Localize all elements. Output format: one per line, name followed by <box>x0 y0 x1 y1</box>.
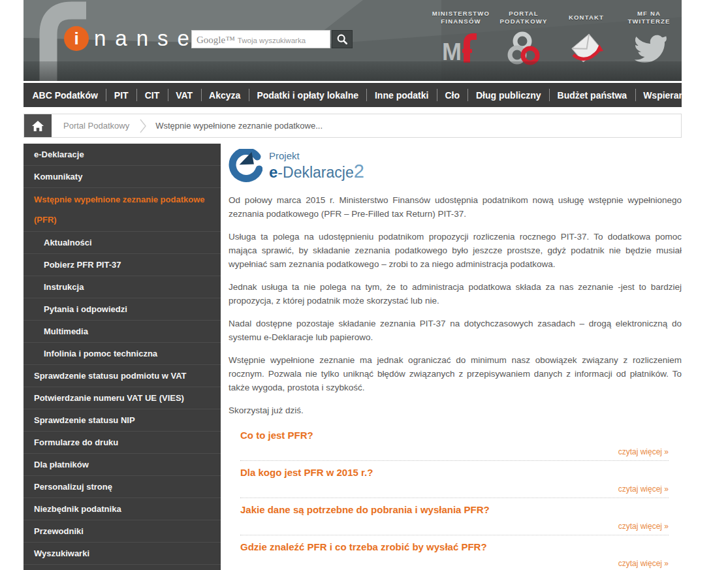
sidebar-item-label: Pobierz PFR PIT-37 <box>44 260 121 270</box>
sidebar-item[interactable]: Multimedia <box>24 321 221 343</box>
article-paragraph: Nadal dostępne pozostaje składanie zezna… <box>229 317 682 344</box>
read-more-link[interactable]: czytaj więcej » <box>618 447 669 456</box>
nav-item[interactable]: PIT <box>106 83 136 107</box>
sidebar-item[interactable]: Instrukcja <box>24 276 221 298</box>
faq-list: Co to jest PFR? czytaj więcej » Dla kogo… <box>240 424 669 570</box>
faq-question-link[interactable]: Co to jest PFR? <box>240 430 669 441</box>
sidebar-item-label: e-Deklaracje <box>34 150 84 159</box>
read-more-link[interactable]: czytaj więcej » <box>618 522 669 531</box>
site-logo[interactable]: i nanse <box>64 26 198 51</box>
quicklink-label-line1: MF NA <box>637 10 661 18</box>
header-reflection-strip <box>24 61 682 81</box>
search-bar: Google™Twoja wyszukiwarka <box>191 30 353 48</box>
search-input[interactable] <box>192 31 330 48</box>
sidebar-item[interactable]: Wyszukiwarki <box>24 543 221 565</box>
e-deklaracje-c-arrow-icon <box>229 149 262 183</box>
sidebar-item-label: Multimedia <box>44 326 88 336</box>
sidebar-menu: e-Deklaracje Komunikaty Wstępnie wypełni… <box>24 144 221 570</box>
nav-item[interactable]: Wspieranie eksportu <box>635 83 728 107</box>
read-more-link[interactable]: czytaj więcej » <box>618 559 669 568</box>
sidebar-item[interactable]: Pobierz PFR PIT-37 <box>24 254 221 276</box>
sidebar-item[interactable]: Dla płatników <box>24 454 221 476</box>
sidebar-item-label: Instrukcja <box>44 282 84 292</box>
sidebar-item-label: Komunikaty <box>34 172 82 182</box>
breadcrumb-level1[interactable]: Portal Podatkowy <box>63 121 129 131</box>
logo-i-dot: i <box>64 26 89 51</box>
sidebar-item[interactable]: Wstępnie wypełnione zeznanie podatkowe (… <box>24 188 221 232</box>
faq-question-link[interactable]: Dla kogo jest PFR w 2015 r.? <box>240 467 669 478</box>
faq-question-link[interactable]: Jakie dane są potrzebne do pobrania i wy… <box>240 504 669 515</box>
sidebar-item[interactable]: Personalizuj stronę <box>24 476 221 498</box>
sidebar-item[interactable]: Niezbędnik podatnika <box>24 498 221 520</box>
main-content: Projekt e-Deklaracje2 Od połowy marca 20… <box>229 144 682 570</box>
nav-item[interactable]: ABC Podatków <box>24 83 106 107</box>
sidebar-item[interactable]: e-Deklaracje <box>24 144 221 166</box>
article-paragraph: Jednak usługa ta nie polega na tym, że t… <box>229 280 682 308</box>
nav-item[interactable]: Inne podatki <box>366 83 436 107</box>
faq-item: Jakie dane są potrzebne do pobrania i wy… <box>240 498 669 535</box>
project-logo-e: e <box>269 163 277 181</box>
nav-item-label: ABC Podatków <box>33 90 98 101</box>
quicklink-ministerstwo-finansow[interactable]: MINISTERSTWO FINANSÓW M <box>430 9 492 67</box>
sidebar-item[interactable]: Infolinia i pomoc techniczna <box>24 343 221 365</box>
faq-item: Co to jest PFR? czytaj więcej » <box>240 424 669 461</box>
nav-item[interactable]: CIT <box>136 83 168 107</box>
sidebar-item-label: Wstępnie wypełnione zeznanie podatkowe (… <box>34 195 205 225</box>
main-navigation: ABC Podatków PIT CIT VAT Akcyza Podatki … <box>24 83 682 107</box>
breadcrumb-home-button[interactable] <box>24 114 52 137</box>
nav-item-label: Podatki i opłaty lokalne <box>257 90 358 101</box>
sidebar-item[interactable]: Pytania i odpowiedzi <box>24 298 221 321</box>
project-e-deklaracje2-logo: Projekt e-Deklaracje2 <box>229 149 682 183</box>
sidebar-item-label: Personalizuj stronę <box>34 482 112 492</box>
main-row: e-Deklaracje Komunikaty Wstępnie wypełni… <box>24 144 682 570</box>
twitter-icon <box>631 31 667 64</box>
quicklink-portal-podatkowy[interactable]: PORTAL PODATKOWY <box>492 9 555 67</box>
sidebar-item[interactable]: Aktualności <box>24 232 221 254</box>
home-icon <box>31 120 44 132</box>
project-logo-name: -Deklaracje <box>277 164 353 181</box>
nav-item[interactable]: Akcyza <box>201 83 249 107</box>
nav-item[interactable]: Dług publiczny <box>467 83 549 107</box>
sidebar-item[interactable]: Formularze do druku <box>24 432 221 454</box>
quicklink-kontakt[interactable]: KONTAKT <box>555 9 618 67</box>
faq-item: Dla kogo jest PFR w 2015 r.? czytaj więc… <box>240 461 669 498</box>
sidebar-item-label: Przewodniki <box>34 526 84 536</box>
article-paragraphs: Od połowy marca 2015 r. Ministerstwo Fin… <box>229 193 682 417</box>
sidebar-item-label: Dla płatników <box>34 460 89 469</box>
nav-item-label: VAT <box>176 90 193 101</box>
nav-item-label: Budżet państwa <box>558 90 627 101</box>
quicklink-label-line2: PODATKOWY <box>500 18 548 25</box>
sidebar-item-label: Sprawdzenie statusu podmiotu w VAT <box>34 371 187 381</box>
nav-item-label: Wspieranie eksportu <box>643 90 728 101</box>
nav-item-label: Dług publiczny <box>476 90 541 101</box>
sidebar-item[interactable]: Przewodniki <box>24 520 221 543</box>
sidebar-item-label: Formularze do druku <box>34 437 118 447</box>
article-paragraph: Od połowy marca 2015 r. Ministerstwo Fin… <box>229 193 682 221</box>
sidebar-item[interactable]: Sprawdzenie statusu podmiotu w VAT <box>24 365 221 387</box>
search-button[interactable] <box>332 30 353 48</box>
project-logo-version: 2 <box>354 161 364 182</box>
quicklink-label-line2: FINANSÓW <box>441 18 481 25</box>
project-logo-top-label: Projekt <box>269 151 364 161</box>
sidebar-item-label: Infolinia i pomoc techniczna <box>44 349 157 358</box>
sidebar-item[interactable]: Sprawdzenie statusu NIP <box>24 409 221 432</box>
breadcrumb-level2: Wstępnie wypełnione zeznanie podatkowe..… <box>155 121 323 131</box>
sidebar-item-label: Wyszukiwarki <box>34 548 89 558</box>
sidebar-item[interactable]: Potwierdzanie numeru VAT UE (VIES) <box>24 387 221 409</box>
sidebar-item-label: Aktualności <box>44 238 92 247</box>
sidebar-item[interactable]: Komunikaty <box>24 166 221 188</box>
faq-item: Gdzie znaleźć PFR i co trzeba zrobić by … <box>240 535 669 570</box>
sidebar-item-label: Pytania i odpowiedzi <box>44 304 127 314</box>
nav-item[interactable]: Podatki i opłaty lokalne <box>249 83 367 107</box>
nav-item[interactable]: Budżet państwa <box>549 83 635 107</box>
article-paragraph: Skorzystaj już dziś. <box>229 404 682 417</box>
nav-item-label: Akcyza <box>209 90 240 101</box>
nav-item[interactable]: VAT <box>168 83 201 107</box>
mf-logo-icon: M <box>441 31 481 65</box>
read-more-link[interactable]: czytaj więcej » <box>618 484 669 494</box>
quicklink-label-line1: MINISTERSTWO <box>432 10 490 18</box>
faq-question-link[interactable]: Gdzie znaleźć PFR i co trzeba zrobić by … <box>240 541 669 552</box>
nav-item[interactable]: Cło <box>437 83 468 107</box>
page-container: i nanse Google™Twoja wyszukiwarka MINIST… <box>24 0 682 570</box>
quicklink-mf-twitter[interactable]: MF NA TWITTERZE <box>618 9 680 67</box>
